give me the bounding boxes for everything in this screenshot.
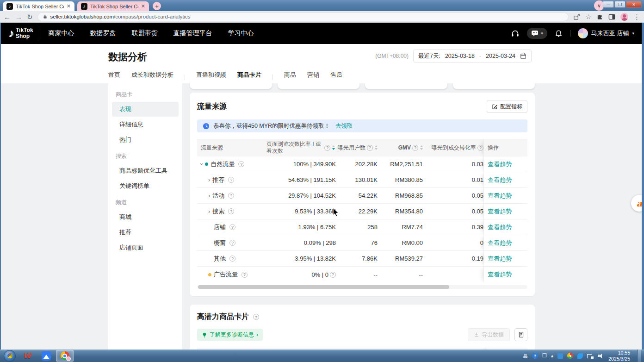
start-button[interactable] [4, 350, 16, 362]
expand-icon[interactable]: › [208, 177, 210, 183]
sidebar-item-shop-page[interactable]: 店铺页面 [112, 240, 179, 255]
help-icon[interactable] [229, 240, 235, 246]
tab-products[interactable]: 商品 [284, 71, 296, 84]
browser-tab-2[interactable]: ♪ TikTok Shop Seller Center | Cr ✕ [77, 1, 149, 11]
help-icon[interactable] [242, 272, 248, 278]
horizontal-scrollbar[interactable] [197, 285, 527, 289]
tray-show-hidden-icon[interactable]: ▴ [551, 353, 554, 359]
configure-metrics-button[interactable]: 配置指标 [487, 100, 527, 113]
extensions-puzzle-icon[interactable] [596, 13, 603, 20]
table-row-recommend[interactable]: ›推荐 54.63% | 191.15K 130.01K RM380.85 0.… [197, 172, 527, 188]
view-trend-link[interactable]: 查看趋势 [488, 255, 512, 263]
help-icon[interactable] [412, 145, 418, 151]
collapse-icon[interactable]: › [199, 163, 205, 165]
menu-kebab-icon[interactable]: ⋮ [633, 13, 640, 20]
table-row-others[interactable]: 其他 3.95% | 13.82K 7.86K RM539.27 0.19 查看… [197, 251, 527, 267]
chat-selector[interactable]: ▾ [527, 28, 547, 39]
account-switcher[interactable]: 马来西亚 店铺 ▾ [578, 28, 634, 38]
volume-icon[interactable] [598, 353, 604, 359]
view-trend-link[interactable]: 查看趋势 [488, 176, 512, 184]
help-icon[interactable] [253, 314, 259, 320]
show-desktop-button[interactable] [637, 350, 641, 362]
sidebar-item-recommend[interactable]: 推荐 [112, 225, 179, 240]
sidebar-item-mall[interactable]: 商城 [112, 210, 179, 225]
taskbar-clock[interactable]: 10:55 2025/3/25 [608, 350, 633, 362]
tray-thunder-icon[interactable] [577, 353, 583, 359]
view-trend-link[interactable]: 查看趋势 [488, 207, 512, 216]
sidebar-item-trending[interactable]: 热门 [112, 132, 179, 147]
nav-item-seller-center[interactable]: 商家中心 [49, 29, 74, 37]
view-trend-link[interactable]: 查看趋势 [488, 239, 512, 247]
tray-help-icon[interactable]: ? [532, 353, 538, 359]
sidebar-item-performance[interactable]: 表现 [112, 102, 179, 117]
help-icon[interactable] [330, 272, 336, 278]
diagnosis-link[interactable]: 了解更多诊断信息 › [197, 329, 263, 341]
help-icon[interactable] [228, 177, 234, 183]
help-icon[interactable] [367, 145, 373, 151]
report-doc-button[interactable] [514, 328, 527, 341]
help-icon[interactable] [477, 145, 483, 151]
view-trend-link[interactable]: 查看趋势 [488, 192, 512, 200]
export-data-button[interactable]: 导出数据 [468, 328, 510, 341]
refresh-icon[interactable]: ↻ [27, 13, 33, 20]
nav-item-data-compass[interactable]: 数据罗盘 [90, 29, 116, 37]
sidepanel-icon[interactable] [608, 13, 615, 20]
tab-live-video[interactable]: 直播和视频 [196, 71, 226, 84]
headset-icon[interactable] [511, 29, 520, 38]
expand-icon[interactable]: › [208, 208, 210, 214]
nav-item-affiliate[interactable]: 联盟带货 [132, 29, 158, 37]
profile-avatar-icon[interactable] [620, 13, 628, 21]
forward-icon[interactable]: → [15, 13, 22, 20]
back-icon[interactable]: ← [4, 13, 11, 20]
url-bar[interactable]: seller.tiktokglobalshop.com/compass/prod… [37, 12, 569, 21]
network-icon[interactable] [587, 353, 594, 359]
minimize-button[interactable]: — [603, 1, 614, 8]
tab-close-icon[interactable]: ✕ [141, 3, 145, 9]
help-icon[interactable] [238, 161, 244, 167]
table-row-showcase[interactable]: 橱窗 0.09% | 298 76 RM0.00 0 查看趋势 [197, 235, 527, 251]
browser-tab-1[interactable]: ♪ TikTok Shop Seller Center | Cr ✕ [3, 1, 74, 11]
maximize-button[interactable]: ❐ [614, 1, 625, 8]
tray-chrome-icon[interactable] [567, 353, 573, 359]
tab-close-icon[interactable]: ✕ [67, 3, 71, 9]
date-range-picker[interactable]: 最近7天: 2025-03-18 - 2025-03-24 [413, 50, 532, 62]
bookmark-star-icon[interactable]: ☆ [585, 13, 591, 20]
table-row-campaign[interactable]: ›活动 29.87% | 104.52K 54.22K RM968.85 0.0… [197, 188, 527, 204]
tab-growth-analytics[interactable]: 成长和数据分析 [131, 71, 173, 84]
help-icon[interactable] [228, 193, 234, 199]
sidebar-item-title-optimizer[interactable]: 商品标题优化工具 [112, 163, 179, 178]
view-trend-link[interactable]: 查看趋势 [488, 160, 512, 169]
new-tab-button[interactable]: + [153, 2, 161, 10]
notification-bell-icon[interactable] [555, 30, 563, 37]
view-trend-link[interactable]: 查看趋势 [488, 223, 512, 231]
help-icon[interactable] [324, 145, 330, 151]
tray-app-blue-icon[interactable] [557, 353, 563, 359]
tab-home[interactable]: 首页 [108, 71, 120, 84]
sort-icon[interactable] [332, 145, 335, 150]
table-row-shop[interactable]: 店铺 1.93% | 6.75K 258 RM7.74 0.39 查看趋势 [197, 219, 527, 235]
help-icon[interactable] [229, 224, 235, 230]
help-icon[interactable] [229, 256, 235, 262]
claim-coupon-link[interactable]: 去领取 [335, 122, 353, 130]
tab-after-sales[interactable]: 售后 [330, 71, 342, 84]
close-button[interactable]: ✕ [626, 1, 642, 8]
table-row-organic[interactable]: ›自然流量 100% | 349.90K 202.28K RM2,251.51 … [197, 156, 527, 172]
nav-item-academy[interactable]: 学习中心 [228, 29, 254, 37]
tiktok-shop-logo[interactable]: ♪ TikTokShop [8, 27, 33, 40]
tray-printer-icon[interactable]: 🖷 [523, 353, 528, 359]
sidebar-item-details[interactable]: 详细信息 [112, 117, 179, 132]
tray-window-icon[interactable]: ❒ [542, 353, 547, 359]
expand-icon[interactable]: › [208, 193, 210, 199]
help-icon[interactable] [228, 208, 234, 214]
view-trend-link[interactable]: 查看趋势 [488, 270, 512, 279]
sidebar-item-keyword-ranking[interactable]: 关键词榜单 [112, 179, 179, 193]
tab-marketing[interactable]: 营销 [307, 71, 319, 84]
taskbar-chrome-icon[interactable] [56, 350, 74, 362]
nav-item-live-manager[interactable]: 直播管理平台 [173, 29, 212, 37]
share-icon[interactable] [573, 13, 580, 20]
tab-product-card[interactable]: 商品卡片 [237, 71, 261, 84]
taskbar-mountain-app-icon[interactable] [37, 350, 55, 362]
table-row-search[interactable]: ›搜索 9.53% | 33.36K 22.29K RM354.80 0.05 … [197, 204, 527, 219]
taskbar-wps-icon[interactable]: W [19, 350, 37, 362]
aliwangwang-float-widget[interactable]: a [631, 195, 644, 212]
